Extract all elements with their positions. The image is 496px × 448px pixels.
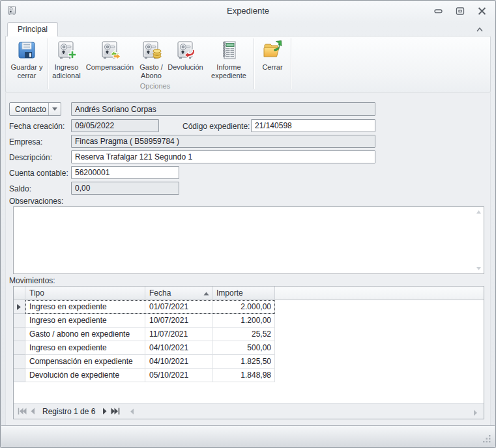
row-indicator-cell [14,369,25,382]
movimientos-grid: Tipo Fecha Importe Ingreso en expediente… [13,286,484,419]
compensacion-label: Compensación [86,63,134,72]
hscroll-left-button[interactable] [126,406,137,417]
descripcion-field[interactable] [71,150,375,163]
record-counter-label: Registro 1 de 6 [42,407,95,416]
minimize-icon [434,7,443,15]
cell-importe[interactable]: 2.000,00 [212,300,275,314]
scroll-down-icon [476,266,482,271]
empresa-field[interactable] [71,135,375,148]
cell-fecha[interactable]: 11/07/2021 [145,328,212,341]
ribbon-tabrow: Principal [5,21,491,36]
report-notebook-icon [218,40,239,61]
safe-plus-icon [56,40,77,61]
last-record-button[interactable] [110,406,121,417]
descripcion-label: Descripción: [9,153,52,162]
window-controls [433,7,487,16]
header-indicator-cell [14,287,25,300]
cell-importe[interactable]: 1.848,98 [212,369,275,382]
ribbon-collapse-button[interactable] [474,24,486,34]
cell-tipo[interactable]: Ingreso en expediente [25,341,145,355]
grid-header: Tipo Fecha Importe [14,287,484,300]
cell-tipo[interactable]: Ingreso en expediente [25,314,145,328]
cell-fecha[interactable]: 04/10/2021 [145,355,212,369]
saldo-field[interactable] [71,182,179,195]
row-indicator-cell [14,355,25,369]
cell-importe[interactable]: 25,52 [212,328,275,341]
scroll-left-icon [130,408,134,415]
informe-expediente-label: Informe expediente [205,63,253,79]
tab-principal[interactable]: Principal [7,22,58,36]
cell-tipo[interactable]: Gasto / abono en expediente [25,328,145,341]
fecha-creacion-field[interactable] [71,119,159,132]
previous-record-button[interactable] [27,406,38,417]
observaciones-wrap [13,206,484,274]
guardar-y-cerrar-button[interactable]: Guardar y cerrar [8,38,46,85]
contacto-field[interactable] [71,102,375,116]
cell-importe[interactable]: 1.825,50 [212,355,275,369]
devolucion-label: Devolución [168,63,203,72]
contacto-split-button[interactable]: Contacto [9,102,61,116]
cell-fecha[interactable]: 10/07/2021 [145,314,212,328]
cell-fecha[interactable]: 04/10/2021 [145,341,212,355]
contacto-button-label: Contacto [10,103,48,115]
cuenta-contable-field[interactable] [71,166,179,179]
codigo-expediente-field[interactable] [251,119,375,132]
cell-importe[interactable]: 500,00 [212,341,275,355]
table-row[interactable]: Ingreso en expediente 10/07/2021 1.200,0… [14,314,484,328]
table-row[interactable]: Gasto / abono en expediente 11/07/2021 2… [14,328,484,341]
gasto-abono-button[interactable]: Gasto / Abono [136,38,166,85]
cerrar-button[interactable]: Cerrar [255,38,289,85]
safe-return-arrow-icon [175,40,196,61]
row-indicator-cell [14,341,25,355]
cell-tipo[interactable]: Compensación en expediente [25,355,145,369]
resize-grip[interactable] [482,434,491,443]
minimize-button[interactable] [433,7,444,16]
table-row[interactable]: Compensación en expediente 04/10/2021 1.… [14,355,484,369]
column-header-tipo[interactable]: Tipo [25,287,145,300]
cerrar-label: Cerrar [262,63,282,72]
column-header-fecha[interactable]: Fecha [145,287,212,300]
column-header-importe[interactable]: Importe [212,287,275,300]
ribbon: Guardar y cerrar Ingreso adicional [5,36,491,92]
observaciones-label: Observaciones: [9,197,63,206]
close-button[interactable] [476,7,487,16]
cuenta-contable-label: Cuenta contable: [9,169,68,178]
restore-button[interactable] [455,7,465,16]
cell-fecha[interactable]: 01/07/2021 [145,300,212,314]
column-header-fecha-label: Fecha [149,288,171,298]
chevron-down-icon [52,107,57,111]
devolucion-button[interactable]: Devolución [167,38,204,85]
informe-expediente-button[interactable]: Informe expediente [205,38,253,85]
next-record-button[interactable] [100,406,110,417]
last-record-icon [111,408,120,415]
tab-principal-label: Principal [18,25,48,34]
cell-tipo[interactable]: Ingreso en expediente [25,300,145,314]
table-row[interactable]: Ingreso en expediente 04/10/2021 500,00 [14,341,484,355]
saldo-label: Saldo: [9,184,31,193]
close-icon [478,7,486,15]
scroll-right-icon [473,410,478,416]
observaciones-field[interactable] [14,207,484,273]
cell-fecha[interactable]: 05/10/2021 [145,369,212,382]
table-row[interactable]: Ingreso en expediente 01/07/2021 2.000,0… [14,300,484,314]
grid-pager: Registro 1 de 6 [14,403,484,419]
contacto-dropdown-arrow[interactable] [48,103,61,115]
hscroll-right-button[interactable] [470,408,480,418]
fecha-creacion-label: Fecha creación: [9,122,65,131]
ribbon-separator [48,38,48,89]
chevron-up-icon [476,26,484,33]
next-record-icon [102,408,108,415]
table-row[interactable]: Devolución de expediente 05/10/2021 1.84… [14,369,484,382]
restore-icon [456,7,465,15]
codigo-expediente-label: Código expediente: [182,122,250,131]
ingreso-adicional-button[interactable]: Ingreso adicional [50,38,83,85]
cell-tipo[interactable]: Devolución de expediente [25,369,145,382]
compensacion-button[interactable]: Compensación [84,38,136,85]
column-header-filler [275,287,484,300]
cell-importe[interactable]: 1.200,00 [212,314,275,328]
titlebar[interactable]: Expediente [1,1,495,21]
row-indicator-cell [14,300,25,314]
first-record-button[interactable] [17,406,27,417]
save-floppy-icon [16,40,37,61]
safe-swap-arrows-icon [100,40,121,61]
